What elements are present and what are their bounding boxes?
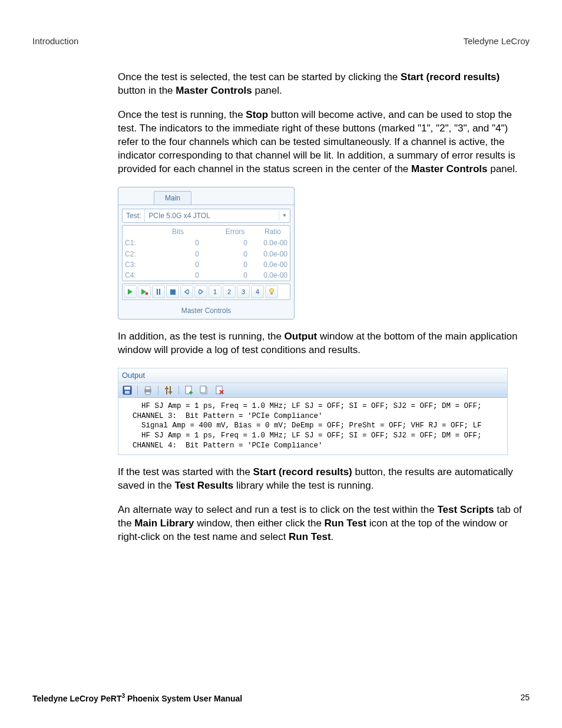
text: panel. — [252, 85, 282, 96]
master-controls-footer: Master Controls — [118, 304, 294, 319]
doc-delete-icon[interactable] — [214, 385, 225, 396]
text: Once the test is selected, the test can … — [118, 71, 401, 83]
text: button in the — [118, 85, 176, 96]
text: In addition, as the test is running, the — [118, 331, 285, 342]
bold: Stop — [246, 109, 268, 120]
test-label: Test: — [123, 209, 145, 222]
svg-rect-11 — [166, 386, 167, 394]
doc-stack-icon[interactable] — [199, 385, 210, 396]
text: panel. — [487, 163, 517, 174]
output-title: Output — [118, 368, 507, 383]
errors-value: 0 — [203, 270, 251, 281]
table-row: C1:000.0e-00 — [123, 238, 290, 248]
table-row: C4:000.0e-00 — [123, 270, 290, 281]
output-panel: Output HF SJ Amp = 1 ps, — [118, 368, 508, 455]
svg-rect-4 — [270, 293, 273, 295]
master-controls-panel: Main Test: PCIe 5.0G x4 JTOL ▼ Bits Erro… — [118, 187, 295, 320]
tab-main[interactable]: Main — [154, 191, 191, 205]
footer-title: Teledyne LeCroy PeRT3 Phoenix System Use… — [32, 692, 242, 704]
svg-rect-14 — [168, 391, 172, 393]
paragraph-2: Once the test is running, the Stop butto… — [118, 108, 530, 176]
header-left: Introduction — [32, 35, 78, 47]
table-row: C2:000.0e-00 — [123, 249, 290, 259]
bits-value: 0 — [146, 249, 203, 259]
channel-label: C1: — [123, 238, 146, 248]
channel-table: Bits Errors Ratio C1:000.0e-00C2:000.0e-… — [122, 225, 290, 281]
play-button[interactable] — [124, 285, 137, 298]
channel-4-indicator[interactable]: 4 — [251, 285, 264, 298]
save-icon[interactable] — [122, 385, 133, 396]
ratio-value: 0.0e-00 — [251, 259, 290, 270]
bits-value: 0 — [146, 259, 203, 270]
text: Once the test is running, the — [118, 109, 246, 120]
svg-point-3 — [270, 289, 274, 293]
ratio-value: 0.0e-00 — [251, 238, 290, 248]
errors-value: 0 — [203, 259, 251, 270]
svg-rect-13 — [165, 388, 168, 389]
channel-1-indicator[interactable]: 1 — [209, 285, 222, 298]
loop-left-button[interactable] — [180, 285, 193, 298]
channel-label: C2: — [123, 249, 146, 259]
separator — [178, 386, 179, 395]
col-errors: Errors — [214, 226, 256, 238]
bits-value: 0 — [146, 270, 203, 281]
header-right: Teledyne LeCroy — [463, 35, 530, 47]
channel-2-indicator[interactable]: 2 — [223, 285, 236, 298]
text: An alternate way to select and run a tes… — [118, 504, 437, 515]
bold: Output — [285, 331, 318, 342]
ratio-value: 0.0e-00 — [251, 249, 290, 259]
pause-button[interactable] — [152, 285, 165, 298]
bold: Master Controls — [411, 163, 487, 174]
stop-button[interactable] — [166, 285, 179, 298]
test-selector[interactable]: Test: PCIe 5.0G x4 JTOL ▼ — [122, 209, 290, 223]
bold: Run Test — [289, 531, 330, 542]
doc-add-icon[interactable] — [184, 385, 194, 396]
bold: Master Controls — [176, 85, 252, 96]
print-icon[interactable] — [143, 385, 153, 396]
channel-label: C4: — [123, 270, 146, 281]
master-controls-toolbar: 1 2 3 4 — [122, 284, 290, 300]
svg-point-2 — [145, 292, 148, 295]
svg-rect-9 — [146, 387, 150, 390]
chevron-down-icon[interactable]: ▼ — [279, 211, 290, 221]
bold: Start (record results) — [401, 71, 500, 83]
table-header: Bits Errors Ratio — [123, 226, 290, 238]
ratio-value: 0.0e-00 — [251, 270, 290, 281]
svg-rect-10 — [146, 392, 150, 394]
running-header: Introduction Teledyne LeCroy — [32, 35, 530, 47]
text: Phoenix System User Manual — [125, 694, 242, 703]
bold: Test Results — [174, 480, 233, 491]
channel-label: C3: — [123, 259, 146, 270]
col-bits: Bits — [141, 226, 214, 238]
channel-3-indicator[interactable]: 3 — [237, 285, 250, 298]
col-ratio: Ratio — [256, 226, 290, 238]
errors-value: 0 — [203, 238, 251, 248]
svg-rect-6 — [124, 387, 130, 390]
test-value: PCIe 5.0G x4 JTOL — [145, 209, 279, 222]
bold: Main Library — [134, 518, 194, 529]
text: Teledyne LeCroy PeRT — [32, 694, 121, 703]
errors-value: 0 — [203, 249, 251, 259]
text: If the test was started with the — [118, 466, 253, 477]
hint-button[interactable] — [265, 285, 278, 298]
settings-icon[interactable] — [163, 385, 174, 396]
paragraph-5: An alternate way to select and run a tes… — [118, 503, 530, 544]
bold: Run Test — [325, 518, 366, 529]
record-button[interactable] — [138, 285, 151, 298]
bold: Start (record results) — [253, 466, 352, 477]
text: . — [331, 531, 334, 542]
tab-row: Main — [118, 187, 294, 205]
svg-rect-18 — [200, 386, 206, 393]
svg-marker-0 — [128, 289, 133, 295]
bold: Test Scripts — [437, 504, 494, 515]
text: library while the test is running. — [233, 480, 373, 491]
paragraph-4: If the test was started with the Start (… — [118, 466, 530, 493]
bits-value: 0 — [146, 238, 203, 248]
svg-rect-12 — [170, 386, 171, 394]
separator — [137, 386, 138, 395]
loop-right-button[interactable] — [194, 285, 207, 298]
separator — [158, 386, 158, 395]
table-row: C3:000.0e-00 — [123, 259, 290, 270]
paragraph-1: Once the test is selected, the test can … — [118, 71, 530, 98]
page-content: Once the test is selected, the test can … — [118, 71, 530, 544]
